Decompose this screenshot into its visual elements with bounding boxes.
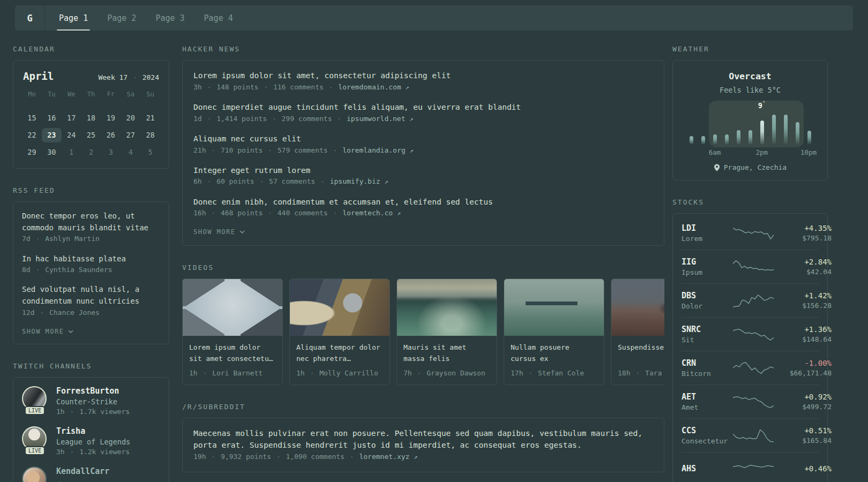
rss-item-meta: 7d · Ashlyn Martin <box>22 234 160 244</box>
stock-sparkline <box>733 462 774 477</box>
twitch-section-title: TWITCH CHANNELS <box>13 362 169 370</box>
video-title[interactable]: Mauris sit amet massa felis <box>403 342 490 365</box>
hn-item: Lorem ipsum dolor sit amet, consectetur … <box>193 70 653 93</box>
stock-change: -1.00% <box>774 359 832 367</box>
rss-show-more-button[interactable]: SHOW MORE <box>22 328 160 335</box>
video-thumbnail[interactable] <box>397 279 497 336</box>
video-thumbnail[interactable] <box>611 279 664 336</box>
calendar-day: 28 <box>140 128 160 142</box>
reddit-comments-link[interactable]: 1,090 comments <box>286 453 345 461</box>
external-link-icon: ↗ <box>414 453 417 461</box>
twitch-channel-name[interactable]: ForrestBurton <box>56 386 130 396</box>
reddit-post-title[interactable]: Maecenas mollis pulvinar erat non posuer… <box>193 428 653 451</box>
page-tab[interactable]: Page 4 <box>202 5 235 31</box>
rss-item-title[interactable]: Donec tempor eros leo, ut commodo mauris… <box>22 210 160 234</box>
video-title[interactable]: Lorem ipsum dolor sit amet consectetu… <box>189 342 276 365</box>
stock-row[interactable]: CRN Bitcorn -1.00% $66,171.48 <box>682 351 819 385</box>
page-tab[interactable]: Page 2 <box>105 5 138 31</box>
hn-source-link[interactable]: loremdomain.com <box>338 83 401 91</box>
page-tab[interactable]: Page 1 <box>57 5 90 31</box>
calendar-day: 30 <box>42 145 62 160</box>
rss-item-title[interactable]: In hac habitasse platea <box>22 253 160 265</box>
hn-item-title[interactable]: Donec enim nibh, condimentum et accumsan… <box>193 197 653 208</box>
video-thumbnail[interactable] <box>183 279 282 336</box>
weather-temp-bar <box>807 131 811 145</box>
twitch-meta: 1h · 1.7k viewers <box>56 408 130 416</box>
dot-separator: · <box>210 209 216 217</box>
hn-comments-link[interactable]: 57 comments <box>269 177 315 185</box>
hn-comments-link[interactable]: 116 comments <box>273 83 324 91</box>
twitch-game: League of Legends <box>56 438 130 446</box>
hn-item-meta: 16h · 468 points · 440 comments · loremt… <box>193 208 653 219</box>
live-badge: LIVE <box>25 446 45 455</box>
dot-separator: · <box>267 146 273 154</box>
twitch-game: Counter-Strike <box>56 397 130 406</box>
subreddit-section-title: /R/SUBREDDIT <box>182 403 664 411</box>
twitch-channel-row[interactable]: LIVE ForrestBurton Counter-Strike 1h · 1… <box>22 386 160 416</box>
page-tab-label: Page 3 <box>155 13 184 23</box>
dot-separator: · <box>34 235 41 243</box>
hn-comments-link[interactable]: 579 comments <box>278 146 328 154</box>
weather-temp-bar <box>784 115 788 145</box>
stock-sparkline <box>733 293 774 308</box>
dot-separator: · <box>275 453 282 461</box>
chevron-down-icon <box>68 330 73 333</box>
stock-row[interactable]: AET Amet +0.92% $499.72 <box>682 385 819 418</box>
dot-separator: · <box>328 83 334 91</box>
stock-price: $148.64 <box>774 335 832 343</box>
calendar-weekday-row: MoTuWeThFrSaSu <box>22 91 160 102</box>
hn-item-title[interactable]: Aliquam nec cursus elit <box>193 133 653 145</box>
stock-row[interactable]: IIG Ipsum +2.84% $42.04 <box>682 250 819 283</box>
dot-separator: · <box>416 369 422 377</box>
video-title[interactable]: Suspendisse diam <box>618 342 664 365</box>
video-thumbnail[interactable] <box>504 279 604 336</box>
stock-row[interactable]: LDI Lorem +4.35% $795.18 <box>682 216 819 250</box>
video-card: Suspendisse diam 18h · Tara <box>611 278 664 385</box>
app-logo[interactable]: G <box>15 5 45 31</box>
hn-comments-link[interactable]: 299 comments <box>282 115 332 123</box>
stock-change: +1.42% <box>774 291 832 300</box>
page-tab-label: Page 4 <box>204 13 233 23</box>
reddit-post: Maecenas mollis pulvinar erat non posuer… <box>193 428 653 462</box>
calendar-day: 22 <box>22 128 42 142</box>
reddit-source-link[interactable]: loremnet.xyz <box>359 453 409 461</box>
videos-widget: VIDEOS Lorem ipsum dolor sit amet consec… <box>182 263 664 385</box>
stock-row[interactable]: CCS Consectetur +0.51% $165.84 <box>682 418 819 452</box>
hn-source-link[interactable]: loremlandia.org <box>342 146 405 154</box>
rss-card: Donec tempor eros leo, ut commodo mauris… <box>13 201 169 344</box>
calendar-day: 18 <box>81 111 101 125</box>
rss-item-title[interactable]: Sed volutpat nulla nisl, a condimentum n… <box>22 284 160 307</box>
twitch-channel-row[interactable]: LIVE KendallCarr · <box>22 466 160 482</box>
stock-row[interactable]: DBS Dolor +1.42% $156.28 <box>682 283 819 317</box>
calendar-day: 26 <box>101 128 121 142</box>
hn-source-link[interactable]: ipsumify.biz <box>330 177 380 185</box>
hn-source-link[interactable]: loremtech.co <box>342 209 393 217</box>
twitch-channel-name[interactable]: Trisha <box>56 426 130 436</box>
twitch-meta: · <box>56 478 109 482</box>
hn-comments-link[interactable]: 440 comments <box>278 209 328 217</box>
stock-symbol: DBS <box>682 291 733 300</box>
external-link-icon: ↗ <box>409 147 413 154</box>
dot-separator: · <box>634 369 641 377</box>
rss-item: Donec tempor eros leo, ut commodo mauris… <box>22 210 160 245</box>
page-tab[interactable]: Page 3 <box>153 5 186 31</box>
twitch-channel-row[interactable]: LIVE Trisha League of Legends 3h · 1.2k … <box>22 426 160 456</box>
stock-sparkline <box>733 327 774 342</box>
hn-item-title[interactable]: Lorem ipsum dolor sit amet, consectetur … <box>193 70 653 82</box>
stock-row[interactable]: AHS +0.46% <box>682 452 819 482</box>
dot-separator: · <box>206 115 212 123</box>
hn-item-title[interactable]: Integer eget rutrum lorem <box>193 165 653 177</box>
twitch-channel-name[interactable]: KendallCarr <box>56 466 109 476</box>
stock-sparkline <box>733 225 774 240</box>
hn-item-title[interactable]: Donec imperdiet augue tincidunt felis al… <box>193 102 653 114</box>
stock-row[interactable]: SNRC Sit +1.36% $148.64 <box>682 317 819 351</box>
weekday-label: We <box>62 91 81 102</box>
video-title[interactable]: Nullam posuere cursus ex <box>511 342 597 365</box>
twitch-meta: 3h · 1.2k viewers <box>56 448 130 456</box>
video-title[interactable]: Aliquam tempor dolor nec pharetra… <box>296 342 383 365</box>
hn-source-link[interactable]: ipsumworld.net <box>347 115 406 123</box>
hn-item-meta: 3h · 148 points · 116 comments · loremdo… <box>193 82 653 93</box>
hn-show-more-button[interactable]: SHOW MORE <box>193 228 653 236</box>
video-thumbnail[interactable] <box>290 279 390 336</box>
hn-item-meta: 21h · 710 points · 579 comments · loreml… <box>193 145 653 156</box>
